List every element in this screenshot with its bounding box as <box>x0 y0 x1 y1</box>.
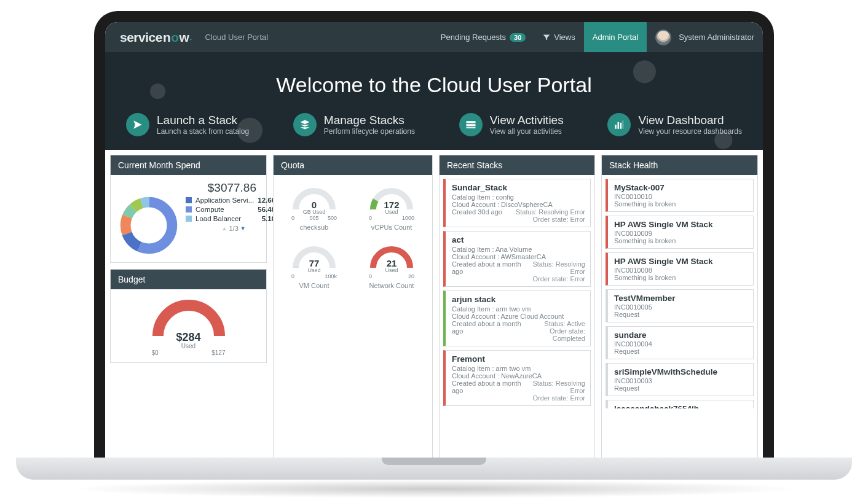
gauge-title: Network Count <box>369 282 414 289</box>
health-incident: INC0010005 <box>614 303 747 311</box>
stack-status: Status: Resolving Error <box>516 208 585 216</box>
quota-gauge: 21 Used 020 Network Count <box>356 243 427 289</box>
legend-swatch <box>186 206 192 213</box>
stack-status: Status: Resolving Error <box>524 380 585 394</box>
gauge-title: checksub <box>300 224 328 231</box>
view-activities-icon <box>459 113 483 136</box>
nav-pending-requests[interactable]: Pending Requests 30 <box>432 22 535 52</box>
health-message: Request <box>614 311 747 318</box>
health-card[interactable]: sriSimpleVMwithSchedule INC0010003 Reque… <box>606 363 754 396</box>
health-stack-name: TestVMmember <box>614 294 747 303</box>
health-stack-name: HP AWS Single VM Stack <box>614 257 747 266</box>
health-message: Something is broken <box>614 237 747 244</box>
panel-stack-health: Stack Health MyStack-007 INC0010010 Some… <box>601 155 758 461</box>
stack-age: Created about a month ago <box>452 320 524 342</box>
legend-swatch <box>186 197 192 203</box>
stack-account: Cloud Account : Azure Cloud Account <box>452 313 585 320</box>
laptop-bezel: servicenow● Cloud User Portal Pending Re… <box>94 11 774 461</box>
legend-item[interactable]: Application Servi... 12.66% <box>186 197 282 204</box>
stack-account: Cloud Account : DiscoVsphereCA <box>452 201 585 208</box>
gauge-unit: Used <box>307 267 320 273</box>
action-title: Manage Stacks <box>324 114 415 127</box>
panel-budget: Budget $284 Used $0 $127 <box>110 269 267 363</box>
health-stack-name: HP AWS Single VM Stack <box>614 220 747 229</box>
brand-logo[interactable]: servicenow● <box>105 30 200 45</box>
stack-account: Cloud Account : NewAzureCA <box>452 372 585 380</box>
laptop-base <box>16 458 852 480</box>
stack-card[interactable]: act Catalog Item : Ana Volume Cloud Acco… <box>443 231 591 287</box>
health-incident: INC0010009 <box>614 230 747 237</box>
gauge-unit: GB Used <box>303 209 326 215</box>
stack-order-state: Order state: Error <box>524 394 585 402</box>
stack-card[interactable]: arjun stack Catalog Item : arm two vm Cl… <box>443 290 591 346</box>
legend-label: Application Servi... <box>195 197 254 204</box>
portal-name: Cloud User Portal <box>205 33 269 42</box>
health-stack-name: sundare <box>614 330 747 340</box>
pager-prev-icon[interactable]: ▲ <box>222 225 227 232</box>
budget-value: $284 <box>176 331 200 344</box>
health-card[interactable]: sundare INC0010004 Request <box>606 326 754 359</box>
top-nav: servicenow● Cloud User Portal Pending Re… <box>105 22 763 52</box>
action-subtitle: Perform lifecycle operations <box>324 127 415 136</box>
health-message: Something is broken <box>614 200 747 208</box>
legend-swatch <box>186 216 192 222</box>
health-card[interactable]: HP AWS Single VM Stack INC0010009 Someth… <box>606 216 754 249</box>
panel-header: Current Month Spend <box>111 155 266 175</box>
health-card[interactable]: MyStack-007 INC0010010 Something is brok… <box>606 179 754 212</box>
stack-status: Status: Resolving Error <box>524 260 585 275</box>
quota-gauge: 0 GB Used 0500 005 checksub <box>278 185 350 231</box>
health-incident: INC0010008 <box>614 267 747 274</box>
health-incident: INC0010004 <box>614 340 747 348</box>
health-card[interactable]: leaseendcheck7654ih <box>606 400 754 408</box>
panel-recent-stacks: Recent Stacks Sundar_Stack Catalog Item … <box>439 155 595 461</box>
stack-age: Created 30d ago <box>452 208 502 223</box>
hero-action-manage-stacks[interactable]: Manage Stacks Perform lifecycle operatio… <box>293 113 415 136</box>
hero-action-view-dashboard[interactable]: View Dashboard View your resource dashbo… <box>607 113 742 136</box>
hero-banner: Welcome to the Cloud User Portal Launch … <box>105 52 763 150</box>
health-stack-name: leaseendcheck7654ih <box>614 404 747 408</box>
legend-label: Compute <box>195 206 224 213</box>
health-card[interactable]: TestVMmember INC0010005 Request <box>606 289 754 322</box>
nav-user-menu[interactable]: System Administrator <box>647 22 763 52</box>
legend-pager[interactable]: ▲ 1/3 ▼ <box>186 225 282 232</box>
panel-quota: Quota 0 GB Used 0500 005 checksub 172 Us… <box>273 155 433 461</box>
gauge-unit: Used <box>385 267 398 273</box>
health-message: Something is broken <box>614 274 747 281</box>
action-subtitle: View all your activities <box>490 127 564 136</box>
manage-stacks-icon <box>293 113 317 136</box>
svg-rect-1 <box>466 124 475 126</box>
action-subtitle: View your resource dashboards <box>638 127 742 136</box>
health-stack-name: sriSimpleVMwithSchedule <box>614 367 747 376</box>
hero-action-view-activities[interactable]: View Activities View all your activities <box>459 113 564 136</box>
pager-text: 1/3 <box>229 225 238 232</box>
stack-name: arjun stack <box>452 295 585 304</box>
stack-card[interactable]: Fremont Catalog Item : arm two vm Cloud … <box>443 350 591 406</box>
legend-label: Load Balancer <box>195 215 241 222</box>
hero-action-launch-stack[interactable]: Launch a Stack Launch a stack from catal… <box>126 113 249 136</box>
pager-next-icon[interactable]: ▼ <box>240 225 246 232</box>
pending-count-badge: 30 <box>510 33 526 42</box>
action-subtitle: Launch a stack from catalog <box>157 127 249 136</box>
health-incident: INC0010003 <box>614 377 747 384</box>
svg-rect-0 <box>466 121 475 123</box>
nav-admin-portal[interactable]: Admin Portal <box>584 22 647 52</box>
stack-name: Sundar_Stack <box>452 183 585 192</box>
nav-views[interactable]: Views <box>534 22 583 52</box>
stack-catalog: Catalog Item : arm two vm <box>452 365 585 372</box>
launch-stack-icon <box>126 113 149 136</box>
health-card[interactable]: HP AWS Single VM Stack INC0010008 Someth… <box>606 252 754 286</box>
stack-name: Fremont <box>452 354 585 364</box>
spend-total: $3077.86 <box>118 181 259 195</box>
gauge-title: vCPUs Count <box>371 224 412 231</box>
legend-item[interactable]: Load Balancer 5.10% <box>186 215 282 222</box>
action-title: View Dashboard <box>638 114 742 127</box>
health-message: Request <box>614 348 747 355</box>
gauge-unit: Used <box>385 209 398 215</box>
stack-catalog: Catalog Item : arm two vm <box>452 305 585 313</box>
quota-gauge: 77 Used 0100k VM Count <box>278 243 350 289</box>
legend-item[interactable]: Compute 56.48% <box>186 206 282 213</box>
view-dashboard-icon <box>607 113 631 136</box>
panel-header: Budget <box>111 270 266 289</box>
action-title: Launch a Stack <box>157 114 249 127</box>
stack-card[interactable]: Sundar_Stack Catalog Item : config Cloud… <box>443 179 591 227</box>
